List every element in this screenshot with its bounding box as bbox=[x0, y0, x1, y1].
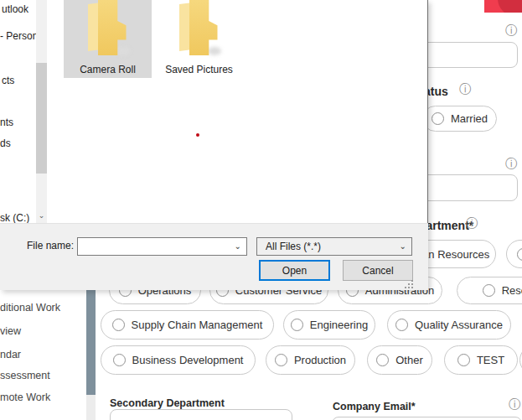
folder-item-saved-pictures[interactable]: Saved Pictures bbox=[158, 0, 240, 78]
info-icon[interactable]: ⓘ bbox=[505, 24, 517, 36]
scrollbar-down-arrow-icon[interactable]: ⌄ bbox=[36, 210, 47, 221]
radio-icon[interactable] bbox=[457, 354, 470, 366]
red-cursor-dot bbox=[196, 133, 199, 137]
dept-pill-business-development[interactable]: Business Development bbox=[101, 345, 256, 375]
radio-icon[interactable] bbox=[275, 354, 287, 366]
dept-pill-research[interactable]: Research bbox=[457, 277, 522, 304]
dept-pill-label: TEST bbox=[477, 354, 504, 366]
sidebar-item[interactable]: ndar bbox=[0, 349, 21, 360]
page-scrollbar-thumb[interactable] bbox=[86, 289, 96, 395]
dept-pill-other[interactable]: Other bbox=[367, 345, 432, 375]
radio-icon[interactable] bbox=[483, 284, 495, 297]
brand-red-banner bbox=[484, 0, 522, 13]
radio-icon[interactable] bbox=[432, 112, 444, 125]
sidebar-item[interactable]: view bbox=[0, 325, 21, 337]
dept-pill-label: Quality Assurance bbox=[415, 319, 503, 331]
tree-item[interactable]: utlook bbox=[2, 3, 28, 15]
radio-icon[interactable] bbox=[291, 319, 303, 331]
radio-icon[interactable] bbox=[517, 248, 522, 261]
dept-pill-label: Research bbox=[502, 284, 522, 297]
radio-icon[interactable] bbox=[112, 319, 125, 331]
sidebar-item[interactable]: mote Work bbox=[0, 391, 50, 403]
dept-pill-label: Supply Chain Management bbox=[132, 319, 263, 331]
text-field[interactable] bbox=[417, 42, 518, 68]
dialog-scrollbar-thumb[interactable] bbox=[36, 63, 47, 174]
company-email-field[interactable] bbox=[332, 417, 522, 420]
open-file-dialog: utlook- Personctsntsdssk (C:) ⌄ Camera R… bbox=[0, 0, 428, 290]
info-icon[interactable]: ⓘ bbox=[459, 83, 471, 95]
dept-pill-label: Engineering bbox=[310, 319, 368, 331]
file-type-select[interactable]: All Files (*.*) ⌄ bbox=[256, 237, 412, 256]
dept-pill-production[interactable]: Production bbox=[266, 345, 355, 375]
info-icon[interactable]: ⓘ bbox=[505, 158, 517, 169]
secondary-department-label: Secondary Department bbox=[110, 397, 225, 409]
screen: ⓘ Marital Status ⓘ Married ⓘ Department*… bbox=[0, 0, 522, 420]
resize-grip-icon[interactable] bbox=[405, 280, 406, 282]
folder-icon bbox=[174, 0, 225, 59]
tree-item[interactable]: cts bbox=[2, 75, 14, 86]
dept-pill-label: Production bbox=[294, 354, 346, 366]
open-button[interactable]: Open bbox=[259, 260, 330, 281]
dept-pill-supply-chain-management[interactable]: Supply Chain Management bbox=[101, 310, 274, 340]
dept-pill-quality-assurance[interactable]: Quality Assurance bbox=[387, 310, 511, 340]
radio-icon[interactable] bbox=[376, 354, 389, 366]
folder-label: Saved Pictures bbox=[158, 64, 240, 75]
dept-pill-partial[interactable] bbox=[506, 240, 522, 268]
chevron-down-icon[interactable]: ⌄ bbox=[400, 238, 406, 257]
cancel-button[interactable]: Cancel bbox=[343, 260, 413, 281]
folder-icon bbox=[83, 0, 133, 59]
radio-icon[interactable] bbox=[395, 319, 408, 331]
brand-red-circle bbox=[498, 0, 522, 13]
sidebar-item[interactable]: ssessment bbox=[0, 370, 50, 381]
tree-item[interactable]: nts bbox=[0, 117, 13, 128]
tree-item[interactable]: - Person bbox=[0, 30, 38, 42]
file-type-value: All Files (*.*) bbox=[266, 241, 321, 252]
company-email-label: Company Email* bbox=[333, 401, 416, 412]
married-radio-pill[interactable]: Married bbox=[422, 106, 497, 132]
folder-item-camera-roll[interactable]: Camera Roll bbox=[64, 0, 152, 78]
sidebar-item[interactable]: ditional Work bbox=[0, 302, 60, 314]
married-label: Married bbox=[451, 112, 488, 125]
folder-label: Camera Roll bbox=[64, 64, 152, 75]
tree-item[interactable]: sk (C:) bbox=[0, 212, 29, 224]
secondary-department-field[interactable] bbox=[110, 409, 292, 420]
dialog-bottom-bar: File name: ⌄ All Files (*.*) ⌄ Open Canc… bbox=[0, 223, 428, 290]
dept-pill-engineering[interactable]: Engineering bbox=[283, 310, 375, 340]
file-name-label: File name: bbox=[27, 240, 74, 251]
info-icon[interactable]: ⓘ bbox=[466, 217, 478, 229]
info-icon[interactable]: ⓘ bbox=[509, 398, 520, 410]
chevron-down-icon[interactable]: ⌄ bbox=[235, 238, 241, 257]
file-name-input[interactable]: ⌄ bbox=[77, 237, 247, 256]
text-field[interactable] bbox=[417, 174, 518, 201]
tree-item[interactable]: ds bbox=[0, 137, 11, 149]
dept-pill-test[interactable]: TEST bbox=[444, 345, 518, 375]
radio-icon[interactable] bbox=[113, 354, 126, 366]
dept-pill-label: Other bbox=[395, 354, 423, 366]
dept-pill-label: Business Development bbox=[132, 354, 244, 366]
